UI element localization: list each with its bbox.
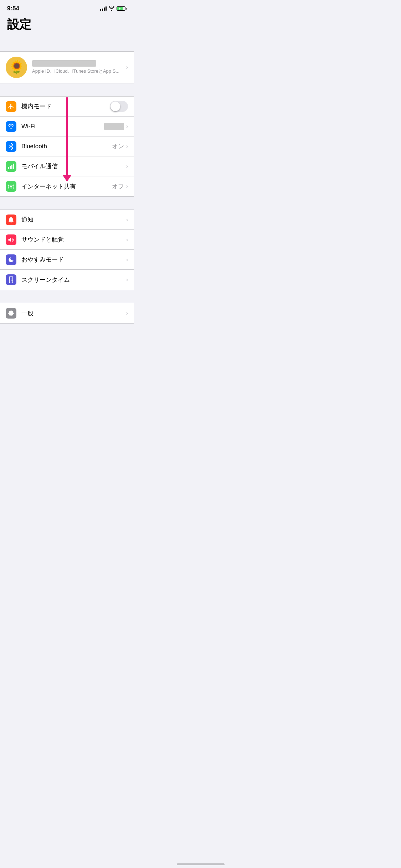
screentime-icon: [6, 274, 16, 285]
battery-icon: [117, 6, 127, 11]
signal-icon: [100, 6, 107, 11]
airplane-row[interactable]: 機内モード: [0, 97, 134, 117]
wifi-icon: [6, 121, 16, 132]
screentime-chevron: ›: [126, 277, 128, 283]
dnd-row[interactable]: おやすみモード ›: [0, 250, 134, 270]
hotspot-row[interactable]: インターネット共有 オフ ›: [0, 176, 134, 196]
hotspot-chevron: ›: [126, 183, 128, 190]
general-label: 一般: [21, 309, 126, 317]
svg-rect-5: [10, 166, 11, 169]
apple-id-subtitle: Apple ID、iCloud、iTunes StoreとApp S...: [32, 68, 126, 74]
dnd-label: おやすみモード: [21, 255, 126, 264]
bluetooth-chevron: ›: [126, 143, 128, 150]
general-chevron: ›: [126, 310, 128, 316]
wifi-status-icon: [109, 6, 114, 11]
svg-rect-7: [13, 164, 14, 169]
status-time: 9:54: [7, 5, 19, 12]
svg-rect-6: [11, 165, 12, 169]
cellular-chevron: ›: [126, 163, 128, 170]
notifications-chevron: ›: [126, 217, 128, 223]
dnd-chevron: ›: [126, 257, 128, 263]
status-icons: [100, 6, 127, 11]
cellular-row[interactable]: モバイル通信 ›: [0, 156, 134, 176]
notifications-icon: [6, 215, 16, 225]
section-gap-4: [0, 290, 134, 303]
svg-line-3: [9, 146, 11, 148]
wifi-row[interactable]: Wi-Fi •••••••• ›: [0, 117, 134, 136]
sound-chevron: ›: [126, 237, 128, 243]
cellular-icon: [6, 161, 16, 172]
hotspot-label: インターネット共有: [21, 182, 112, 191]
notifications-row[interactable]: 通知 ›: [0, 210, 134, 230]
svg-rect-4: [8, 167, 9, 169]
page-title: 設定: [7, 16, 127, 33]
page-title-section: 設定: [0, 14, 134, 38]
apple-id-section: 🌻 Apple ID、iCloud、iTunes StoreとApp S... …: [0, 51, 134, 83]
wifi-value: ••••••••: [104, 123, 124, 130]
bluetooth-row[interactable]: Bluetooth オン ›: [0, 136, 134, 156]
notifications-section: 通知 › サウンドと触覚 › おやすみモード ›: [0, 210, 134, 290]
notifications-label: 通知: [21, 216, 126, 224]
general-row[interactable]: 一般 ›: [0, 303, 134, 323]
bluetooth-icon: [6, 141, 16, 152]
section-gap-2: [0, 83, 134, 96]
apple-id-row[interactable]: 🌻 Apple ID、iCloud、iTunes StoreとApp S... …: [0, 52, 134, 83]
bluetooth-label: Bluetooth: [21, 143, 112, 150]
hotspot-value: オフ: [112, 182, 124, 191]
avatar: 🌻: [6, 57, 27, 78]
connectivity-section: 機内モード Wi-Fi •••••••• ›: [0, 96, 134, 197]
airplane-icon: [6, 101, 16, 112]
general-icon: [6, 308, 16, 319]
screentime-label: スクリーンタイム: [21, 276, 126, 284]
hotspot-icon: [6, 181, 16, 192]
section-gap-top: [0, 38, 134, 51]
dnd-icon: [6, 254, 16, 265]
sound-row[interactable]: サウンドと触覚 ›: [0, 230, 134, 250]
apple-id-chevron: ›: [126, 64, 128, 71]
apple-id-info: Apple ID、iCloud、iTunes StoreとApp S...: [32, 60, 126, 74]
sound-label: サウンドと触覚: [21, 236, 126, 244]
section-gap-3: [0, 197, 134, 210]
bluetooth-value: オン: [112, 142, 124, 150]
cellular-label: モバイル通信: [21, 162, 126, 170]
airplane-toggle-knob: [110, 102, 120, 111]
status-bar: 9:54: [0, 0, 134, 14]
sound-icon: [6, 234, 16, 245]
svg-line-2: [9, 145, 11, 146]
screentime-row[interactable]: スクリーンタイム ›: [0, 270, 134, 290]
wifi-chevron: ›: [126, 123, 128, 130]
apple-id-name: [32, 60, 96, 67]
airplane-label: 機内モード: [21, 102, 110, 110]
wifi-label: Wi-Fi: [21, 123, 104, 130]
airplane-toggle[interactable]: [110, 101, 128, 112]
general-section: 一般 ›: [0, 303, 134, 324]
